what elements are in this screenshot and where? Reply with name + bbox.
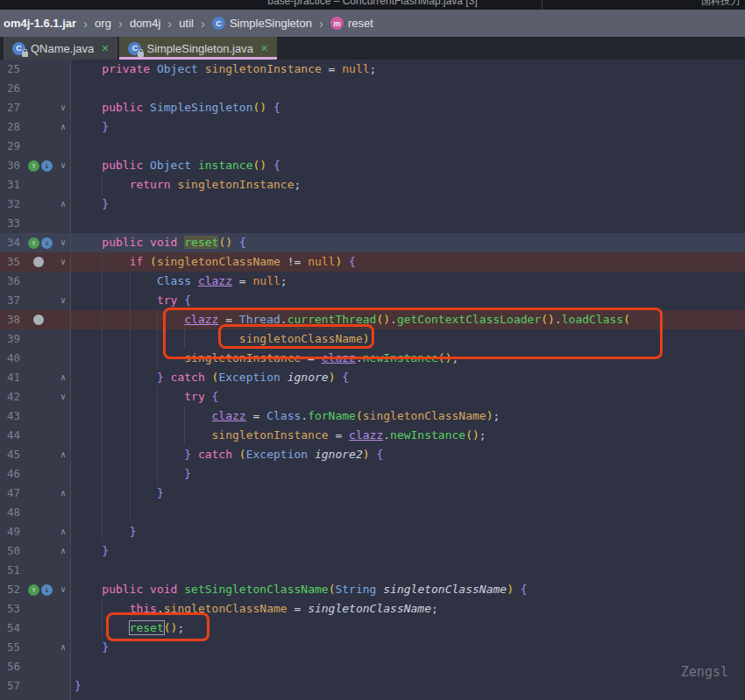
breadcrumb-item-dom4j[interactable]: dom4j [128,17,162,30]
line-number[interactable]: 52 [0,580,26,599]
tab-close-icon[interactable]: ✕ [259,43,268,54]
code-text[interactable]: if (singletonClassName != null) { [71,252,745,272]
line-number[interactable]: 36 [0,272,26,291]
code-text[interactable]: try { [71,291,745,310]
overrides-icon[interactable]: ↑ [28,160,39,172]
code-text[interactable]: } [71,484,745,503]
code-text[interactable]: this.singletonClassName = singletonClass… [71,599,745,619]
code-text[interactable] [71,696,745,700]
overrides-icon[interactable]: ↑ [28,237,39,249]
code-text[interactable] [71,137,745,156]
code-text[interactable]: reset(); [71,619,745,638]
fold-up-icon[interactable]: ∧ [56,484,71,503]
code-text[interactable]: private Object singletonInstance = null; [71,60,745,79]
line-number[interactable]: 30 [0,156,26,175]
line-number[interactable]: 46 [0,464,26,484]
line-number[interactable]: 33 [0,214,26,233]
code-text[interactable]: } catch (Exception ignore2) { [71,445,745,464]
code-text[interactable]: } [71,638,745,657]
line-number[interactable]: 51 [0,561,26,580]
code-text[interactable] [71,657,745,676]
code-text[interactable]: } catch (Exception ignore) { [71,368,745,387]
line-number[interactable]: 31 [0,175,26,194]
overridden-icon[interactable]: ↓ [41,237,53,249]
line-number[interactable]: 43 [0,407,26,426]
fold-up-icon[interactable]: ∧ [56,522,71,541]
line-number[interactable]: 53 [0,599,26,619]
code-text[interactable]: clazz = Thread.currentThread().getContex… [71,310,745,329]
code-text[interactable]: Class clazz = null; [71,272,745,291]
code-text[interactable]: } [71,676,745,696]
breakpoint-icon[interactable] [33,257,44,267]
line-number[interactable]: 40 [0,349,26,368]
code-text[interactable]: } [71,464,745,484]
line-number[interactable]: 27 [0,98,26,117]
breadcrumb-item-reset[interactable]: mreset [329,17,375,30]
line-number[interactable]: 57 [0,676,26,696]
fold-down-icon[interactable]: ∨ [56,156,71,175]
fold-down-icon[interactable]: ∨ [56,233,71,252]
code-text[interactable]: } [71,194,745,214]
code-text[interactable]: singletonInstance = clazz.newInstance(); [71,349,745,368]
line-number[interactable]: 25 [0,60,26,79]
breadcrumb-item-util[interactable]: util [177,17,195,30]
line-number[interactable]: 26 [0,79,26,98]
line-number[interactable]: 48 [0,503,26,522]
code-text[interactable]: } [71,117,745,137]
tab-qname-java[interactable]: CQName.java✕ [4,37,117,60]
fold-up-icon[interactable]: ∧ [56,117,71,137]
breadcrumb-item-org[interactable]: org [93,17,113,30]
line-number[interactable]: 56 [0,657,26,676]
fold-down-icon[interactable]: ∨ [56,580,71,599]
fold-down-icon[interactable]: ∨ [56,291,71,310]
code-text[interactable]: } [71,522,745,541]
code-text[interactable] [71,214,745,233]
tab-close-icon[interactable]: ✕ [99,43,109,54]
fold-up-icon[interactable]: ∧ [56,368,71,387]
code-text[interactable]: public SimpleSingleton() { [71,98,745,117]
line-number[interactable]: 32 [0,194,26,214]
line-number[interactable]: 29 [0,137,26,156]
breadcrumb-item-simplesingleton[interactable]: CSimpleSingleton [210,17,314,30]
code-text[interactable]: } [71,541,745,561]
code-text[interactable]: clazz = Class.forName(singletonClassName… [71,407,745,426]
line-number[interactable]: 47 [0,484,26,503]
code-text[interactable] [71,79,745,98]
line-number[interactable]: 50 [0,541,26,561]
fold-up-icon[interactable]: ∧ [56,445,71,464]
code-text[interactable]: public void reset() { [71,233,745,252]
overrides-icon[interactable]: ↑ [28,584,39,596]
code-text[interactable]: singletonInstance = clazz.newInstance(); [71,426,745,445]
line-number[interactable]: 28 [0,117,26,137]
line-number[interactable]: 45 [0,445,26,464]
line-number[interactable]: 44 [0,426,26,445]
code-text[interactable]: public Object instance() { [71,156,745,175]
line-number[interactable]: 55 [0,638,26,657]
line-number[interactable]: 41 [0,368,26,387]
tab-simplesingleton-java[interactable]: CSimpleSingleton.java✕ [119,37,277,60]
code-text[interactable]: try { [71,387,745,407]
overridden-icon[interactable]: ↓ [41,160,53,172]
line-number[interactable]: 37 [0,291,26,310]
fold-up-icon[interactable]: ∧ [56,638,71,657]
fold-up-icon[interactable]: ∧ [56,194,71,214]
fold-up-icon[interactable]: ∧ [56,541,71,561]
fold-down-icon[interactable]: ∨ [56,98,71,117]
fold-down-icon[interactable]: ∨ [56,252,71,272]
code-text[interactable]: singletonClassName); [71,329,745,349]
code-text[interactable] [71,561,745,580]
line-number[interactable]: 39 [0,329,26,349]
line-number[interactable]: 58 [0,696,26,700]
fold-down-icon[interactable]: ∨ [56,387,71,407]
breadcrumb-item-om4j-1-6-1-jar[interactable]: om4j-1.6.1.jar [2,17,78,30]
code-text[interactable]: public void setSingletonClassName(String… [71,580,745,599]
line-number[interactable]: 54 [0,619,26,638]
code-text[interactable]: return singletonInstance; [71,175,745,194]
code-editor[interactable]: 25 private Object singletonInstance = nu… [0,60,745,700]
code-text[interactable] [71,503,745,522]
line-number[interactable]: 38 [0,310,26,329]
line-number[interactable]: 49 [0,522,26,541]
line-number[interactable]: 42 [0,387,26,407]
line-number[interactable]: 34 [0,233,26,252]
breakpoint-icon[interactable] [33,315,44,325]
